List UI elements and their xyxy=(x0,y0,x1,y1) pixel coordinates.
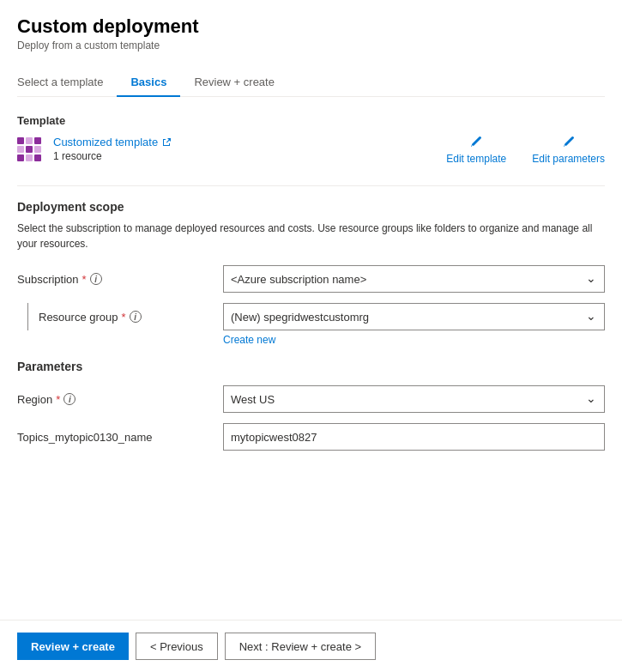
footer: Review + create < Previous Next : Review… xyxy=(0,620,622,672)
resource-group-required: * xyxy=(122,311,126,324)
resource-group-select[interactable]: (New) spegridwestcustomrg xyxy=(223,303,605,330)
region-select[interactable]: West US xyxy=(223,385,605,413)
template-name-link[interactable]: Customized template xyxy=(53,136,172,148)
template-section-label: Template xyxy=(17,114,605,127)
template-resource-count: 1 resource xyxy=(53,150,172,162)
subscription-label: Subscription xyxy=(17,273,79,286)
tab-bar: Select a template Basics Review + create xyxy=(17,69,605,97)
external-link-icon xyxy=(161,137,172,148)
edit-parameters-button[interactable]: Edit parameters xyxy=(532,136,605,165)
subscription-row: Subscription * i <Azure subscription nam… xyxy=(17,265,605,293)
tab-review-create[interactable]: Review + create xyxy=(180,69,288,97)
edit-template-icon xyxy=(469,136,483,149)
topics-input[interactable] xyxy=(223,423,605,451)
template-grid-icon xyxy=(17,137,45,165)
subscription-select[interactable]: <Azure subscription name> xyxy=(223,265,605,293)
topics-label: Topics_mytopic0130_name xyxy=(17,431,153,444)
deployment-scope-desc: Select the subscription to manage deploy… xyxy=(17,221,605,251)
subscription-info-icon[interactable]: i xyxy=(90,273,102,285)
parameters-title: Parameters xyxy=(17,360,605,373)
topics-row: Topics_mytopic0130_name xyxy=(17,423,605,451)
region-required: * xyxy=(56,393,60,406)
review-create-button[interactable]: Review + create xyxy=(17,633,129,660)
region-row: Region * i West US xyxy=(17,385,605,413)
resource-group-select-wrapper: (New) spegridwestcustomrg xyxy=(223,303,605,330)
deployment-scope-title: Deployment scope xyxy=(17,200,605,214)
resource-group-label: Resource group xyxy=(39,311,118,324)
tab-select-template[interactable]: Select a template xyxy=(17,69,117,97)
edit-parameters-icon xyxy=(562,136,576,149)
edit-template-button[interactable]: Edit template xyxy=(446,136,506,165)
create-new-link[interactable]: Create new xyxy=(223,334,605,346)
page-title: Custom deployment xyxy=(17,15,605,38)
subscription-required: * xyxy=(82,273,87,286)
resource-group-info-icon[interactable]: i xyxy=(130,311,142,323)
region-label: Region xyxy=(17,393,52,406)
next-button[interactable]: Next : Review + create > xyxy=(225,633,376,660)
previous-button[interactable]: < Previous xyxy=(136,633,218,660)
subscription-select-wrapper: <Azure subscription name> xyxy=(223,265,605,293)
tab-basics[interactable]: Basics xyxy=(117,69,180,97)
page-subtitle: Deploy from a custom template xyxy=(17,39,605,51)
region-select-wrapper: West US xyxy=(223,385,605,413)
region-info-icon[interactable]: i xyxy=(63,393,75,405)
